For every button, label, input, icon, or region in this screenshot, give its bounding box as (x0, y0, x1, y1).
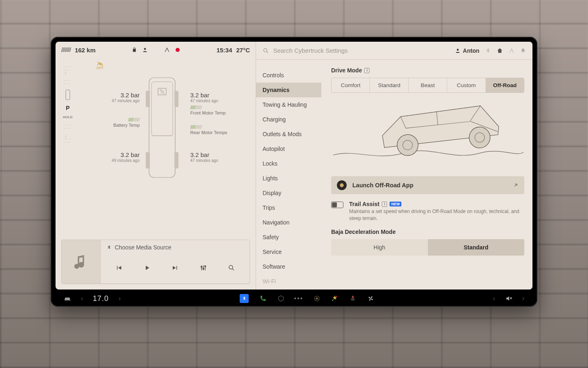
svg-rect-9 (174, 91, 178, 107)
info-icon[interactable]: i (382, 202, 387, 207)
new-badge: NEW (390, 202, 401, 206)
media-prev-button[interactable] (113, 262, 125, 274)
bottom-dock: ‹ 17.0 › ••• ‹ › (56, 290, 532, 307)
svg-point-14 (205, 266, 206, 267)
svg-line-18 (267, 52, 268, 53)
ride-height-strip[interactable]: ······↑ ······ P HOLD ······ ↓······ (60, 62, 76, 235)
baja-title: Baja Deceleration Mode (331, 229, 524, 235)
nav-item-locks[interactable]: Locks (256, 156, 321, 171)
svg-rect-11 (174, 152, 178, 168)
signal-icon[interactable] (509, 48, 514, 54)
nav-item-service[interactable]: Service (256, 245, 321, 259)
volume-mute-icon[interactable] (505, 295, 512, 302)
dock-more-icon[interactable]: ••• (295, 295, 303, 302)
drive-mode-tab-standard[interactable]: Standard (370, 78, 408, 92)
media-search-button[interactable] (226, 262, 237, 274)
volume-down-button[interactable]: ‹ (493, 295, 495, 302)
baja-option-standard[interactable]: Standard (428, 239, 525, 256)
nav-item-software[interactable]: Software (256, 259, 321, 274)
dock-dashcam-icon[interactable] (313, 295, 321, 302)
hold-indicator: HOLD (63, 115, 73, 119)
search-icon (263, 47, 269, 54)
media-eq-button[interactable] (198, 262, 209, 274)
svg-rect-10 (146, 152, 150, 168)
launch-offroad-app-button[interactable]: Launch Off-Road App (331, 176, 524, 194)
temp-down-button[interactable]: ‹ (81, 295, 83, 302)
nav-item-display[interactable]: Display (256, 186, 321, 200)
offroad-illustration (331, 100, 524, 170)
svg-rect-5 (151, 82, 173, 136)
main-screen: //////// 162 km 15:34 27°C (56, 42, 532, 289)
drive-mode-tab-comfort[interactable]: Comfort (332, 78, 370, 92)
nav-item-trips[interactable]: Trips (256, 200, 321, 215)
svg-point-29 (332, 300, 333, 301)
dock-fan-icon[interactable] (367, 295, 374, 302)
drive-mode-tab-beast[interactable]: Beast (409, 78, 447, 92)
settings-search-input[interactable] (273, 47, 450, 54)
bluetooth-status-icon[interactable] (485, 48, 491, 54)
gear-indicator: P (66, 105, 69, 111)
sentry-icon[interactable] (164, 47, 170, 53)
dock-phone-icon[interactable] (259, 295, 267, 302)
media-player-card[interactable]: Choose Media Source (61, 240, 250, 284)
media-next-button[interactable] (169, 262, 181, 274)
clock: 15:34 (216, 47, 232, 54)
svg-point-28 (336, 296, 337, 297)
svg-point-17 (264, 48, 267, 52)
nav-item-charging[interactable]: Charging (256, 112, 321, 127)
drive-mode-tab-custom[interactable]: Custom (447, 78, 486, 92)
notifications-icon[interactable] (520, 48, 526, 54)
nav-item-wi-fi[interactable]: Wi-Fi (256, 274, 321, 289)
trail-assist-toggle[interactable] (331, 202, 343, 208)
svg-point-0 (144, 48, 146, 50)
nav-item-autopilot[interactable]: Autopilot (256, 141, 321, 156)
drive-visualization: ······↑ ······ P HOLD ······ ↓······ OFF (56, 58, 256, 236)
nav-item-outlets-mods[interactable]: Outlets & Mods (256, 127, 321, 141)
driver-pane: //////// 162 km 15:34 27°C (56, 42, 256, 289)
svg-point-25 (340, 183, 343, 187)
dynamics-panel: Drive Mode i ComfortStandardBeastCustomO… (321, 60, 532, 289)
svg-rect-1 (66, 90, 70, 100)
svg-line-16 (232, 269, 234, 270)
nav-item-controls[interactable]: Controls (256, 68, 321, 83)
dashcam-rec-icon[interactable] (174, 47, 181, 53)
volume-up-button[interactable]: › (522, 295, 524, 302)
profile-icon[interactable] (142, 47, 148, 53)
baja-option-high[interactable]: High (331, 239, 428, 256)
nav-item-lights[interactable]: Lights (256, 171, 321, 186)
homelink-icon[interactable] (497, 47, 503, 54)
info-icon[interactable]: i (364, 68, 370, 73)
media-source-button[interactable]: Choose Media Source (101, 240, 249, 255)
temp-up-button[interactable]: › (118, 295, 120, 302)
nav-item-safety[interactable]: Safety (256, 230, 321, 245)
dock-toybox-icon[interactable] (331, 295, 339, 302)
traction-control-off-icon: OFF (96, 61, 104, 70)
lock-icon[interactable] (131, 47, 138, 53)
car-zone: OFF (76, 62, 248, 235)
range-readout: 162 km (75, 47, 96, 54)
driver-profile-button[interactable]: Anton (455, 47, 479, 54)
vehicle-top-view (142, 74, 183, 181)
external-arrow-icon (513, 182, 519, 188)
outside-temp: 27°C (236, 47, 250, 54)
cabin-temp: 17.0 (93, 294, 109, 303)
car-icon[interactable] (64, 295, 71, 302)
media-play-button[interactable] (141, 262, 153, 274)
tire-info-rear-left: 3.2 bar 49 minutes ago (105, 151, 140, 163)
nav-item-navigation[interactable]: Navigation (256, 215, 321, 230)
nav-item-dynamics[interactable]: Dynamics (256, 83, 321, 97)
svg-rect-8 (146, 91, 150, 107)
dock-bluetooth-icon[interactable] (240, 294, 249, 303)
drive-mode-title: Drive Mode i (331, 67, 524, 74)
drive-mode-tab-off-road[interactable]: Off-Road (486, 78, 524, 92)
dock-game-controller-icon[interactable] (349, 295, 356, 302)
dock-hex-icon[interactable] (277, 295, 285, 302)
battery-bars-icon: //////// (61, 47, 71, 53)
status-bar: //////// 162 km 15:34 27°C (56, 42, 256, 58)
display-frame: //////// 162 km 15:34 27°C (51, 37, 537, 307)
svg-rect-7 (158, 88, 166, 95)
svg-point-13 (203, 268, 204, 269)
nav-item-towing-hauling[interactable]: Towing & Hauling (256, 97, 321, 112)
rear-motor-temp: //////////// Rear Motor Temps (190, 124, 227, 135)
vehicle-height-icon (64, 89, 71, 101)
